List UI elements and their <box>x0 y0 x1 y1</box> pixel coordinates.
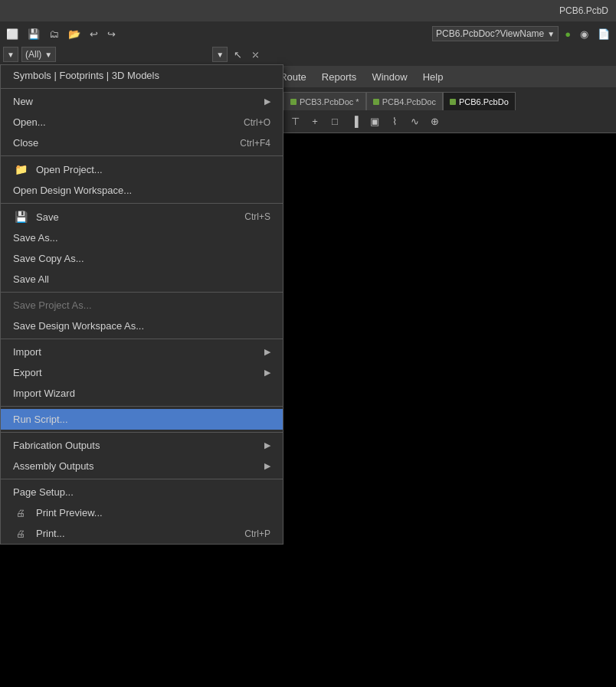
import-submenu-arrow: ▶ <box>264 347 270 357</box>
menu-item-print-preview[interactable]: 🖨 Print Preview... <box>1 502 283 523</box>
open-btn[interactable]: 📂 <box>65 27 84 41</box>
tab-dot-pcb3 <box>290 99 297 105</box>
menu-reports[interactable]: Reports <box>314 66 365 88</box>
menu-item-open-design-workspace[interactable]: Open Design Workspace... <box>1 180 283 201</box>
separator-3 <box>1 203 283 204</box>
redo-btn[interactable]: ↪ <box>104 27 119 41</box>
menu-help[interactable]: Help <box>415 66 451 88</box>
separator-1 <box>1 88 283 89</box>
menu-item-save-as[interactable]: Save As... <box>1 227 283 248</box>
tabs-area: PCB3.PcbDoc * PCB4.PcbDoc PCB6.PcbDo <box>283 87 616 110</box>
new-btn[interactable]: ⬜ <box>3 27 21 41</box>
tab-pcb3[interactable]: PCB3.PcbDoc * <box>283 92 366 110</box>
fabrication-submenu-arrow: ▶ <box>264 440 270 450</box>
menu-item-run-script[interactable]: Run Script... <box>1 409 283 430</box>
print-icon: 🖨 <box>13 528 28 539</box>
menu-item-new[interactable]: New ▶ <box>1 91 283 112</box>
tab-pcb6[interactable]: PCB6.PcbDo <box>443 92 516 110</box>
menu-item-save-all[interactable]: Save All <box>1 269 283 290</box>
menu-item-close[interactable]: Close Ctrl+F4 <box>1 132 283 153</box>
filter-dropdown[interactable]: ▼ <box>212 47 228 62</box>
menu-item-open[interactable]: Open... Ctrl+O <box>1 112 283 132</box>
menu-item-save-design-workspace-as[interactable]: Save Design Workspace As... <box>1 316 283 336</box>
menu-item-symbols[interactable]: Symbols | Footprints | 3D Models <box>1 65 283 86</box>
toolbar-filter-icon[interactable]: ⊤ <box>287 113 303 130</box>
open-project-icon: 📁 <box>13 163 28 175</box>
print-preview-icon: 🖨 <box>13 508 28 519</box>
save-icon: 💾 <box>13 211 28 223</box>
save-btn[interactable]: 💾 <box>25 27 43 41</box>
toolbar-route-icon[interactable]: ⌇ <box>386 113 403 130</box>
export-submenu-arrow: ▶ <box>264 368 270 378</box>
menu-item-import[interactable]: Import ▶ <box>1 342 283 362</box>
toolbar-row1: ⬜ 💾 🗂 📂 ↩ ↪ PCB6.PcbDoc?ViewName ▼ ● ◉ 📄 <box>3 23 613 44</box>
separator-2 <box>1 155 283 156</box>
menu-item-export[interactable]: Export ▶ <box>1 362 283 383</box>
separator-7 <box>1 432 283 433</box>
menu-item-open-project[interactable]: 📁 Open Project... <box>1 159 283 180</box>
doc-selector[interactable]: PCB6.PcbDoc?ViewName ▼ <box>432 26 559 41</box>
menu-item-save-project-as: Save Project As... <box>1 295 283 316</box>
file-dropdown-menu: Symbols | Footprints | 3D Models New ▶ O… <box>0 64 283 545</box>
toolbar-pin-icon[interactable]: ⊕ <box>426 113 443 130</box>
assembly-submenu-arrow: ▶ <box>264 461 270 471</box>
tab-pcb4[interactable]: PCB4.PcbDoc <box>366 92 443 110</box>
nav-btn[interactable]: ◉ <box>577 27 591 41</box>
menu-item-save[interactable]: 💾 Save Ctrl+S <box>1 206 283 227</box>
menu-item-import-wizard[interactable]: Import Wizard <box>1 383 283 404</box>
separator-6 <box>1 406 283 407</box>
save2-btn[interactable]: 🗂 <box>46 27 62 41</box>
menu-window[interactable]: Window <box>364 66 414 88</box>
title-bar: PCB6.PcbD <box>0 0 616 21</box>
select-icon[interactable]: ↖ <box>231 47 245 62</box>
toolbar-wave-icon[interactable]: ∿ <box>406 113 423 130</box>
doc-btn[interactable]: 📄 <box>595 27 613 41</box>
window-title: PCB6.PcbD <box>559 5 608 16</box>
toolbar-rect-icon[interactable]: □ <box>326 113 343 130</box>
toolbar-chip-icon[interactable]: ▣ <box>366 113 383 130</box>
menu-item-page-setup[interactable]: Page Setup... <box>1 482 283 502</box>
menu-item-print[interactable]: 🖨 Print... Ctrl+P <box>1 523 283 544</box>
toolbar-chart-icon[interactable]: ▐ <box>346 113 363 130</box>
second-toolbar: ⊤ + □ ▐ ▣ ⌇ ∿ ⊕ <box>283 110 616 133</box>
tab-dot-pcb4 <box>373 99 379 105</box>
toolbar-area: ⬜ 💾 🗂 📂 ↩ ↪ PCB6.PcbDoc?ViewName ▼ ● ◉ 📄… <box>0 21 616 66</box>
layer-dropdown[interactable]: (All) ▼ <box>21 47 56 62</box>
separator-8 <box>1 479 283 479</box>
toolbar-plus-icon[interactable]: + <box>306 113 323 130</box>
menu-item-assembly-outputs[interactable]: Assembly Outputs ▶ <box>1 456 283 476</box>
doc-selector-arrow: ▼ <box>547 30 555 38</box>
tab-dot-pcb6 <box>450 99 456 105</box>
toolbar-row2: ▼ (All) ▼ ▼ ↖ ⤫ <box>3 44 613 64</box>
menu-item-save-copy-as[interactable]: Save Copy As... <box>1 248 283 269</box>
green-circle-btn[interactable]: ● <box>562 27 574 41</box>
view-dropdown[interactable]: ▼ <box>3 47 18 62</box>
new-submenu-arrow: ▶ <box>264 97 270 106</box>
separator-5 <box>1 339 283 339</box>
deselect-icon[interactable]: ⤫ <box>248 47 263 62</box>
undo-btn[interactable]: ↩ <box>87 27 101 41</box>
separator-4 <box>1 292 283 293</box>
menu-item-fabrication-outputs[interactable]: Fabrication Outputs ▶ <box>1 435 283 456</box>
